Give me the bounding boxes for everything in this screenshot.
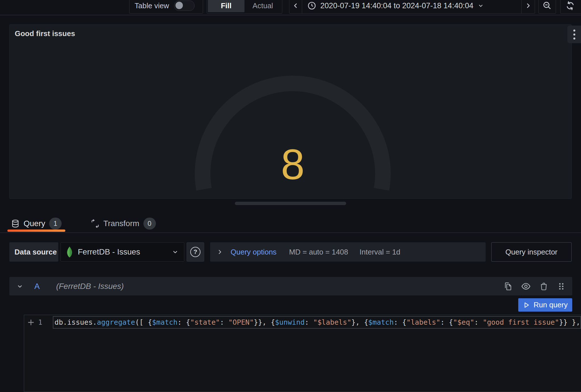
- query-inspector-button[interactable]: Query inspector: [491, 242, 572, 262]
- eye-icon[interactable]: [521, 282, 531, 291]
- transform-count-badge: 0: [143, 218, 156, 230]
- query-count-badge: 1: [49, 218, 62, 230]
- tab-query[interactable]: Query 1: [7, 214, 65, 232]
- table-view-toggle[interactable]: [174, 1, 195, 11]
- chevron-down-icon: [477, 2, 484, 9]
- fill-button[interactable]: Fill: [208, 0, 244, 12]
- query-row-header[interactable]: A (FerretDB - Issues): [9, 277, 572, 295]
- trash-icon[interactable]: [539, 282, 548, 291]
- table-view-label: Table view: [135, 1, 169, 10]
- query-ref-id: A: [34, 282, 40, 291]
- query-datasource-hint: (FerretDB - Issues): [56, 282, 124, 291]
- query-options-bar[interactable]: Query options MD = auto = 1408 Interval …: [210, 242, 486, 262]
- chevron-right-icon: [524, 2, 532, 9]
- gauge-panel: Good first issues 8: [9, 24, 572, 199]
- editor-tabbar: Query 1 Transform 0: [0, 214, 581, 233]
- time-range-picker: 2020-07-19 14:40:04 to 2024-07-18 14:40:…: [289, 0, 535, 14]
- datasource-help-button[interactable]: ?: [187, 242, 204, 262]
- time-shift-back-button[interactable]: [289, 0, 302, 13]
- refresh-icon: [565, 1, 575, 11]
- table-view-group: Table view: [129, 0, 203, 14]
- run-query-button[interactable]: Run query: [518, 298, 572, 312]
- play-icon: [523, 301, 530, 309]
- toolbar-divider: [0, 15, 581, 15]
- tab-query-label: Query: [24, 219, 45, 228]
- active-tab-underline: [7, 230, 65, 232]
- time-range-text: 2020-07-19 14:40:04 to 2024-07-18 14:40:…: [320, 1, 473, 10]
- plus-icon[interactable]: [27, 319, 35, 326]
- transform-icon: [91, 219, 99, 228]
- help-icon: ?: [190, 247, 200, 257]
- gauge-value: 8: [281, 143, 304, 186]
- query-options-label: Query options: [231, 248, 277, 257]
- current-line-highlight[interactable]: db.issues.aggregate([ {$match: {"state":…: [53, 316, 581, 329]
- time-range-button[interactable]: 2020-07-19 14:40:04 to 2024-07-18 14:40:…: [302, 1, 521, 10]
- panel-resize-handle[interactable]: [235, 202, 346, 205]
- chevron-left-icon: [292, 2, 299, 9]
- zoom-out-icon: [542, 1, 552, 11]
- query-code-editor[interactable]: 1 db.issues.aggregate([ {$match: {"state…: [24, 315, 581, 392]
- query-options-md: MD = auto = 1408: [289, 248, 348, 257]
- run-query-label: Run query: [534, 301, 568, 309]
- kebab-menu-icon: [573, 30, 575, 32]
- time-zoom-out-button[interactable]: [538, 0, 556, 14]
- toggle-knob: [175, 2, 183, 9]
- datasource-picker[interactable]: FerretDB - Issues: [60, 242, 184, 262]
- top-toolbar: Table view Fill Actual 2020-07-19 14:40:…: [0, 0, 581, 15]
- tab-transform[interactable]: Transform 0: [87, 214, 160, 232]
- mongodb-leaf-icon: [66, 246, 73, 258]
- run-query-row: Run query: [9, 298, 572, 312]
- clock-icon: [307, 1, 316, 10]
- chevron-down-icon: [172, 248, 179, 256]
- database-icon: [11, 219, 20, 228]
- chevron-right-icon: [216, 249, 223, 255]
- panel-menu-button[interactable]: [567, 26, 581, 43]
- query-options-interval: Interval = 1d: [360, 248, 400, 257]
- datasource-label: Data source: [9, 242, 58, 262]
- tab-transform-label: Transform: [103, 219, 139, 228]
- copy-icon[interactable]: [503, 282, 513, 291]
- actual-button[interactable]: Actual: [244, 0, 281, 12]
- time-shift-forward-button[interactable]: [521, 0, 535, 13]
- drag-handle-icon[interactable]: [557, 282, 565, 291]
- datasource-name: FerretDB - Issues: [78, 247, 140, 257]
- chevron-down-icon[interactable]: [16, 283, 24, 290]
- refresh-button[interactable]: [560, 0, 581, 14]
- code-line[interactable]: db.issues.aggregate([ {$match: {"state":…: [53, 317, 581, 328]
- datasource-row: Data source FerretDB - Issues ? Query op…: [9, 242, 572, 262]
- line-number: 1: [35, 317, 42, 328]
- fill-actual-segmented: Fill Actual: [207, 0, 282, 14]
